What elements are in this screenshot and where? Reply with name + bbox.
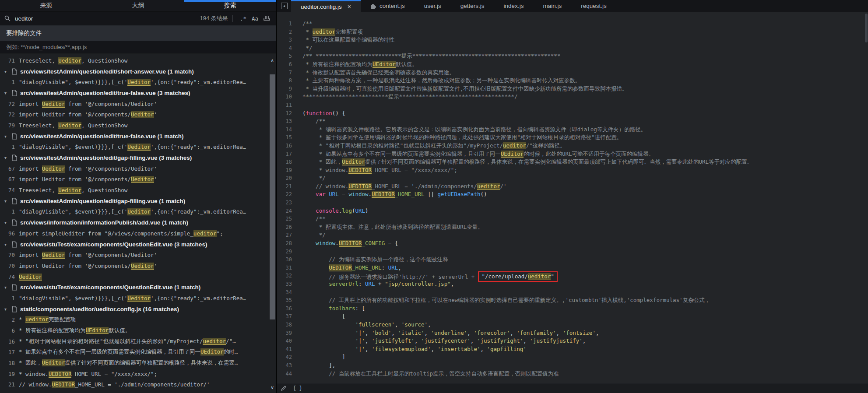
search-input[interactable] [14, 15, 200, 22]
code-line[interactable]: 9 * 当升级编辑器时，可直接使用旧版配置文件替换新版配置文件,不用担心旧版配置… [277, 85, 868, 93]
code-line[interactable]: 12(function() { [277, 109, 868, 118]
file-result-row[interactable]: ▾src/views/stuTest/exam/components/Quest… [0, 239, 268, 250]
editor-tab-index-js[interactable]: index.js [494, 0, 534, 12]
panel-tab-source[interactable]: 来源 [0, 0, 92, 11]
code-line[interactable]: 7 * 修改默认配置请首先确保已经完全明确该参数的真实用途。 [277, 69, 868, 77]
code-line[interactable]: 41 '|', 'filesystemupload', 'inserttable… [277, 345, 868, 354]
match-result-row[interactable]: 74Ueditor [0, 271, 268, 282]
match-result-row[interactable]: 16* "相对于网站根目录的相对路径"也就是以斜杠开头的形如"/myProjec… [0, 336, 268, 347]
code-line[interactable]: 3 * 可以在这里配置整个编辑器的特性 [277, 36, 868, 44]
code-line[interactable]: 43 ], [277, 361, 868, 370]
scroll-up-icon[interactable]: ∧ [269, 58, 275, 63]
match-result-row[interactable]: 96import simpleUediter from "@/views/com… [0, 228, 268, 239]
code-line[interactable]: 35 // 工具栏上的所有的功能按钮和下拉框，可以在new编辑器的实例时选择自己… [277, 296, 868, 305]
code-line[interactable]: 19 * window.UEDITOR_HOME_URL = "/xxxx/xx… [277, 166, 868, 175]
whole-word-toggle-icon[interactable] [261, 14, 273, 23]
match-result-row[interactable]: 6* 所有被注释的配置项均为UEditor默认值。 [0, 325, 268, 336]
match-result-row[interactable]: 21// window.UEDITOR_HOME_URL = './admin/… [0, 379, 268, 390]
code-line[interactable]: 5/** **************************提示*******… [277, 52, 868, 60]
code-line[interactable]: 14 * 编辑器资源文件根路径。它所表示的含义是：以编辑器实例化页面为当前路径，… [277, 126, 868, 134]
code-line[interactable]: 2 * ueditor完整配置项 [277, 28, 868, 36]
code-line[interactable]: 27 */ [277, 231, 868, 239]
code-line[interactable]: 38 'fullscreen', 'source', [277, 321, 868, 329]
chevron-down-icon[interactable]: ▾ [4, 285, 9, 290]
code-line[interactable]: 20 */ [277, 174, 868, 182]
match-result-row[interactable]: 17* 如果站点中有多个不在同一层级的页面需要实例化编辑器，且引用了同一UEdi… [0, 347, 268, 358]
code-line[interactable]: 37 [ [277, 312, 868, 321]
code-line[interactable]: 31 UEDITOR_HOME_URL: URL, [277, 264, 868, 272]
edit-pencil-icon[interactable] [281, 385, 287, 391]
editor-tab-getters-js[interactable]: getters.js [451, 0, 494, 12]
code-line[interactable]: 22 var URL = window.UEDITOR_HOME_URL || … [277, 190, 868, 199]
code-line[interactable]: 17 * 如果站点中有多个不在同一层级的页面需要实例化编辑器，且引用了同一UEd… [277, 150, 868, 158]
code-line[interactable]: 25 /** [277, 215, 868, 223]
match-result-row[interactable]: 19* window.UEDITOR_HOME_URL = "/xxxx/xxx… [0, 368, 268, 379]
file-result-row[interactable]: ▾src/views/testAdmin/question/edit/short… [0, 66, 268, 77]
match-result-row[interactable]: 74Treeselect, Ueditor, QuestionShow [0, 185, 268, 196]
code-line[interactable]: 26 * 配置项主体。注意，此处所有涉及到路径的配置别遗漏URL变量。 [277, 223, 868, 232]
editor-tab-user-js[interactable]: user.js [415, 0, 451, 12]
code-line[interactable]: 32 // 服务器统一请求接口路径'http://' + serverUrl +… [277, 272, 868, 280]
panel-tab-outline[interactable]: 大纲 [92, 0, 184, 11]
close-icon[interactable]: × [348, 3, 351, 10]
code-line[interactable]: 21 // window.UEDITOR_HOME_URL = './admin… [277, 182, 868, 191]
code-line[interactable]: 30 // 为编辑器实例添加一个路径，这个不能被注释 [277, 256, 868, 264]
chevron-down-icon[interactable]: ▾ [4, 155, 9, 160]
match-result-row[interactable]: 67import Ueditor from '@/components/Uedi… [0, 163, 268, 174]
match-result-row[interactable]: 70import Ueditor from '@/components/Uedi… [0, 260, 268, 271]
code-line[interactable]: 8 * 主要有两种修改方案，一种是取消此处注释，然后修改成对应参数；另一种是在实… [277, 77, 868, 85]
code-line[interactable]: 1/** [277, 20, 868, 28]
match-result-row[interactable]: 2* ueditor完整配置项 [0, 315, 268, 326]
chevron-down-icon[interactable]: ▾ [4, 91, 9, 95]
code-line[interactable]: 10**************************提示**********… [277, 93, 868, 101]
exclude-files-input[interactable]: 例如: **/node_modules/**,app.js [0, 41, 276, 53]
code-line[interactable]: 18 * 因此，UEditor提供了针对不同页面的编辑器可单独配置的根路径，具体… [277, 158, 868, 166]
editor-scrollbar-thumb[interactable] [865, 14, 868, 42]
code-line[interactable]: 28 window.UEDITOR_CONFIG = { [277, 239, 868, 248]
match-result-row[interactable]: 18* 因此，UEditor提供了针对不同页面的编辑器可单独配置的根路径，具体来… [0, 358, 268, 368]
editor-tab-ueditor-config-js[interactable]: ueditor.config.js× [291, 0, 361, 12]
code-line[interactable]: 39 '|', 'bold', 'italic', 'underline', '… [277, 329, 868, 337]
code-line[interactable]: 34 [277, 288, 868, 297]
code-line[interactable]: 29 [277, 248, 868, 256]
file-result-row[interactable]: ▾src/views/testAdmin/question/edit/gap-f… [0, 196, 268, 207]
code-line[interactable]: 24 console.log(URL) [277, 207, 868, 215]
editor-tab-content-js[interactable]: content.js [361, 0, 415, 12]
match-result-row[interactable]: 1"dialogVisible", $event)}}},[_c('Uedito… [0, 77, 268, 88]
file-result-row[interactable]: ▾src/views/testAdmin/question/edit/true-… [0, 88, 268, 98]
chevron-down-icon[interactable]: ▾ [4, 220, 9, 225]
match-result-row[interactable]: 70import Ueditor from '@/components/Uedi… [0, 249, 268, 260]
file-result-row[interactable]: ▾static/components/ueditor/ueditor.confi… [0, 304, 268, 315]
code-line[interactable]: 16 * "相对于网站根目录的相对路径"也就是以斜杠开头的形如"/myProje… [277, 142, 868, 150]
braces-matching-icon[interactable]: { } [293, 385, 302, 391]
code-line[interactable]: 44 // 当鼠标放在工具栏上时显示的tooltip提示，留空支持自动多语言配置… [277, 370, 868, 378]
match-result-row[interactable]: 71Treeselect, Ueditor, QuestionShow [0, 55, 268, 66]
code-line[interactable]: 15 * 鉴于很多同学在使用编辑器的时候出现的种种路径问题，此处强烈建议大家使用… [277, 133, 868, 142]
chevron-down-icon[interactable]: ▾ [4, 199, 9, 204]
editor-tab-request-js[interactable]: request.js [571, 0, 616, 12]
match-result-row[interactable]: 72import Ueditor from '@/components/Uedi… [0, 98, 268, 109]
scroll-down-icon[interactable]: ∨ [269, 385, 275, 390]
sidebar-toggle-button[interactable]: ◂ [277, 0, 291, 12]
editor-tab-main-js[interactable]: main.js [533, 0, 571, 12]
match-result-row[interactable]: 1"dialogVisible", $event)}}},[_c('Uedito… [0, 293, 268, 304]
chevron-down-icon[interactable]: ▾ [4, 307, 9, 312]
code-line[interactable]: 33 serverUrl: URL + "jsp/controller.jsp"… [277, 280, 868, 288]
match-result-row[interactable]: 1"dialogVisible", $event)}}},[_c('Uedito… [0, 207, 268, 218]
code-view[interactable]: 1/**2 * ueditor完整配置项3 * 可以在这里配置整个编辑器的特性4… [277, 12, 868, 383]
match-result-row[interactable]: 72import Ueditor from '@/components/Uedi… [0, 109, 268, 120]
code-line[interactable]: 23 [277, 199, 868, 207]
code-line[interactable]: 36 toolbars: [ [277, 305, 868, 313]
chevron-down-icon[interactable]: ▾ [4, 134, 9, 139]
code-line[interactable]: 13 /** [277, 117, 868, 126]
file-result-row[interactable]: ▾src/views/information/informationPublis… [0, 217, 268, 228]
match-result-row[interactable]: 67import Ueditor from '@/components/Uedi… [0, 174, 268, 185]
panel-tab-search[interactable]: 搜索 [184, 0, 276, 11]
code-line[interactable]: 6 * 所有被注释的配置项均为UEditor默认值。 [277, 60, 868, 69]
code-line[interactable]: 11 [277, 101, 868, 109]
case-sensitive-toggle-button[interactable]: Aa [249, 14, 261, 23]
chevron-down-icon[interactable]: ▾ [4, 242, 9, 247]
results-scrollbar-thumb[interactable] [270, 74, 275, 319]
file-result-row[interactable]: ▾src/views/stuTest/exam/components/Quest… [0, 282, 268, 293]
code-line[interactable]: 42 ] [277, 353, 868, 361]
